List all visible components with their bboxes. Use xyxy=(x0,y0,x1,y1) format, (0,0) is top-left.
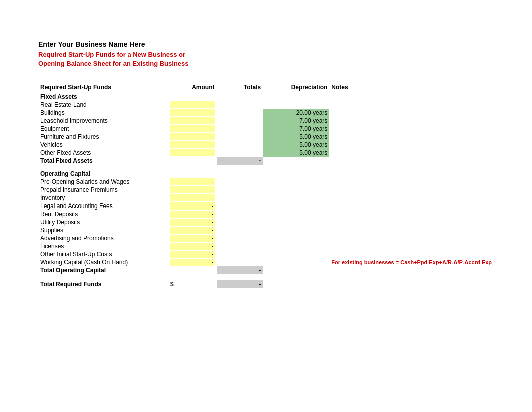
total-dollar-sign: $ xyxy=(168,280,217,288)
total-operating-capital-value: - xyxy=(217,266,263,274)
item-label-inventory: Inventory xyxy=(38,194,168,202)
item-label-licenses: Licenses xyxy=(38,242,168,250)
input-advertising[interactable] xyxy=(170,235,215,242)
col-header-notes: Notes xyxy=(329,83,494,93)
total-required-funds-value: - xyxy=(217,280,263,288)
spacer-row xyxy=(38,165,494,170)
table-row: Advertising and Promotions xyxy=(38,234,494,242)
total-operating-capital-label: Total Operating Capital xyxy=(38,266,168,274)
operating-capital-header: Operating Capital xyxy=(38,170,494,178)
input-licenses[interactable] xyxy=(170,243,215,250)
total-required-funds-label: Total Required Funds xyxy=(38,280,168,288)
table-row: Leasehold Improvements 7.00 years xyxy=(38,117,494,125)
table-row: Furniture and Fixtures 5.00 years xyxy=(38,133,494,141)
input-leasehold[interactable] xyxy=(170,117,215,124)
input-equipment[interactable] xyxy=(170,125,215,132)
business-name: Enter Your Business Name Here xyxy=(38,40,494,48)
item-label-real-estate: Real Estate-Land xyxy=(38,101,168,109)
operating-capital-label: Operating Capital xyxy=(38,170,168,178)
table-row: Utility Deposits xyxy=(38,218,494,226)
table-row: Equipment 7.00 years xyxy=(38,125,494,133)
input-legal[interactable] xyxy=(170,202,215,210)
input-other-startup[interactable] xyxy=(170,251,215,258)
item-label-salaries: Pre-Opening Salaries and Wages xyxy=(38,178,168,186)
table-row: Other Fixed Assets 5.00 years xyxy=(38,149,494,157)
table-row: Legal and Accounting Fees xyxy=(38,202,494,210)
table-row: Working Capital (Cash On Hand) For exist… xyxy=(38,258,494,266)
table-row: Inventory xyxy=(38,194,494,202)
existing-business-note: For existing businesses = Cash+Ppd Exp+A… xyxy=(329,258,494,266)
input-real-estate[interactable] xyxy=(170,101,215,108)
main-table: Required Start-Up Funds Amount Totals De… xyxy=(38,83,494,288)
input-salaries[interactable] xyxy=(170,178,215,185)
item-label-leasehold: Leasehold Improvements xyxy=(38,117,168,125)
item-label-utility: Utility Deposits xyxy=(38,218,168,226)
input-supplies[interactable] xyxy=(170,227,215,234)
dep-vehicles: 5.00 years xyxy=(263,141,329,149)
dep-furniture: 5.00 years xyxy=(263,133,329,141)
item-label-legal: Legal and Accounting Fees xyxy=(38,202,168,210)
input-vehicles[interactable] xyxy=(170,141,215,148)
total-required-funds-row: Total Required Funds $ - xyxy=(38,280,494,288)
item-label-insurance: Prepaid Insurance Premiums xyxy=(38,186,168,194)
dep-leasehold: 7.00 years xyxy=(263,117,329,125)
input-other-fixed[interactable] xyxy=(170,149,215,156)
item-label-rent: Rent Deposits xyxy=(38,210,168,218)
table-row: Other Initial Start-Up Costs xyxy=(38,250,494,258)
item-label-equipment: Equipment xyxy=(38,125,168,133)
fixed-assets-label: Fixed Assets xyxy=(38,93,168,101)
table-header: Required Start-Up Funds Amount Totals De… xyxy=(38,83,494,93)
input-inventory[interactable] xyxy=(170,194,215,201)
input-rent[interactable] xyxy=(170,211,215,218)
table-row: Rent Deposits xyxy=(38,210,494,218)
table-row: Real Estate-Land xyxy=(38,101,494,109)
input-insurance[interactable] xyxy=(170,186,215,193)
col-header-depreciation: Depreciation xyxy=(263,83,329,93)
item-label-working-capital: Working Capital (Cash On Hand) xyxy=(38,258,168,266)
total-operating-capital-row: Total Operating Capital - xyxy=(38,266,494,274)
fixed-assets-header: Fixed Assets xyxy=(38,93,494,101)
item-label-advertising: Advertising and Promotions xyxy=(38,234,168,242)
table-row: Licenses xyxy=(38,242,494,250)
table-row: Buildings 20.00 years xyxy=(38,109,494,117)
item-label-other-startup: Other Initial Start-Up Costs xyxy=(38,250,168,258)
dep-other-fixed: 5.00 years xyxy=(263,149,329,157)
dep-equipment: 7.00 years xyxy=(263,125,329,133)
subtitle: Required Start-Up Funds for a New Busine… xyxy=(38,50,494,68)
table-row: Vehicles 5.00 years xyxy=(38,141,494,149)
item-label-buildings: Buildings xyxy=(38,109,168,117)
spacer-row-2 xyxy=(38,274,494,280)
item-label-other-fixed: Other Fixed Assets xyxy=(38,149,168,157)
dep-buildings: 20.00 years xyxy=(263,109,329,117)
total-fixed-assets-value: - xyxy=(217,157,263,165)
input-utility[interactable] xyxy=(170,219,215,226)
col-header-label: Required Start-Up Funds xyxy=(38,83,168,93)
table-row: Supplies xyxy=(38,226,494,234)
item-label-supplies: Supplies xyxy=(38,226,168,234)
item-label-furniture: Furniture and Fixtures xyxy=(38,133,168,141)
input-furniture[interactable] xyxy=(170,133,215,140)
input-buildings[interactable] xyxy=(170,109,215,116)
item-label-vehicles: Vehicles xyxy=(38,141,168,149)
total-fixed-assets-label: Total Fixed Assets xyxy=(38,157,168,165)
page-container: Enter Your Business Name Here Required S… xyxy=(0,0,532,308)
col-header-totals: Totals xyxy=(217,83,263,93)
input-working-capital[interactable] xyxy=(170,259,215,266)
col-header-amount: Amount xyxy=(168,83,217,93)
table-row: Prepaid Insurance Premiums xyxy=(38,186,494,194)
table-row: Pre-Opening Salaries and Wages xyxy=(38,178,494,186)
total-fixed-assets-row: Total Fixed Assets - xyxy=(38,157,494,165)
